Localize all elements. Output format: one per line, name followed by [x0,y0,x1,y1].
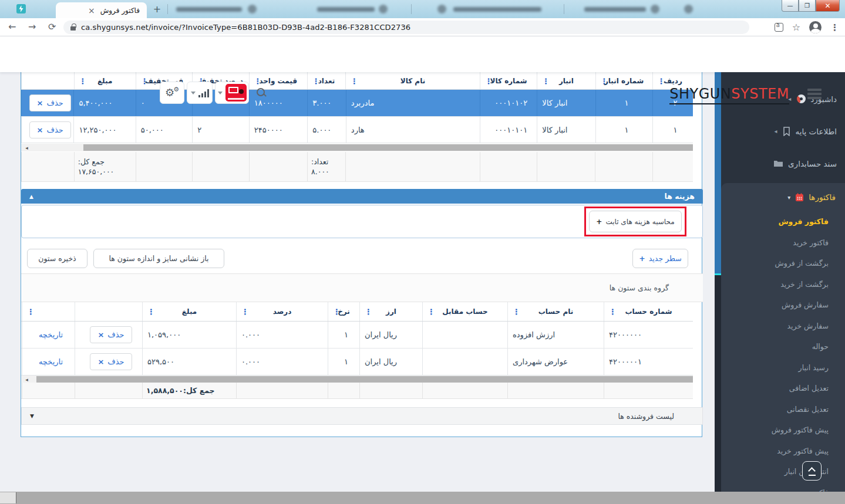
tab-close-icon[interactable]: × [88,6,95,15]
column-menu-icon[interactable]: ⋮ [513,307,520,316]
translate-icon[interactable] [775,23,783,32]
restore-button[interactable]: ❐ [799,0,816,12]
table-row[interactable]: ۱ ۱ انبار کالا ۰۰۰۱۰۱۰۱ هارد ۵.۰۰۰ ۲۴۵۰۰… [21,117,693,143]
col-header-account-no[interactable]: ⋮شماره حساب [604,302,693,321]
column-menu-icon[interactable]: ⋮ [365,307,372,316]
col-header-item-name[interactable]: ⋮نام کالا [345,72,480,89]
column-menu-icon[interactable]: ⋮ [427,307,435,316]
calc-fixed-expenses-button[interactable]: محاسبه هزینه های ثابت + [589,211,682,232]
history-link[interactable]: تاریخچه [39,330,63,339]
sidebar-item-surplus-adjustment[interactable]: تعدیل اضافی [721,378,845,399]
sidebar-item-invoices[interactable]: فاکتورها ▾ [721,183,845,211]
col-header-counter-account[interactable]: ⋮حساب مقابل [422,302,507,321]
table-row[interactable]: ۲ ۱ انبار کالا ۰۰۰۱۰۱۰۲ مادربرد ۳.۰۰۰ ۱۸… [21,90,693,117]
forward-button[interactable]: → [28,21,36,33]
col-header-amount[interactable]: ⋮مبلغ [142,302,236,321]
sidebar-item-purchase-proforma[interactable]: پیش فاکتور خرید [721,441,845,462]
column-menu-icon[interactable]: ⋮ [312,76,320,85]
column-menu-icon[interactable]: ⋮ [485,76,493,85]
delete-row-button[interactable]: حذف × [90,353,132,370]
col-header-amount[interactable]: ⋮مبلغ [74,72,136,89]
col-header-warehouse-no[interactable]: ⋮شماره انبار [595,72,652,89]
col-header-warehouse[interactable]: ⋮انبار [537,72,595,89]
sidebar-item-sales-proforma[interactable]: پیش فاکتور فروش [721,420,845,441]
collapse-up-icon[interactable]: ▲ [29,194,33,199]
scroll-left-arrow-icon[interactable]: ◂ [22,144,31,151]
table-row[interactable]: ۴۲۰۰۰۰۰۱ عوارض شهرداری ریال ایران ۱ ۰.۰۰… [21,349,693,376]
items-table-hscrollbar[interactable]: ◂ [21,144,693,151]
expenses-table-footer: جمع کل:۱,۵۸۸,۵۰۰ [21,383,693,399]
column-menu-icon[interactable]: ⋮ [333,307,341,316]
column-menu-icon[interactable]: ⋮ [609,307,617,316]
expenses-grand-total: جمع کل:۱,۵۸۸,۵۰۰ [142,383,236,398]
delete-row-button[interactable]: حذف × [29,121,71,138]
url-input[interactable]: ca.shygunsys.net/invoice/?InvoiceType=6B… [63,21,749,34]
column-menu-icon[interactable]: ⋮ [254,76,262,85]
column-menu-icon[interactable]: ⋮ [241,307,249,316]
browser-menu-icon[interactable]: ⋮ [830,22,839,33]
close-button[interactable]: ✕ [816,0,840,12]
settings-button[interactable]: ⚙ ⚙ [160,82,184,104]
lock-icon[interactable] [70,26,76,31]
browser-tab-strip: فاکتور فروش × + — ❐ ✕ [0,0,845,18]
column-menu-icon[interactable]: ⋮ [601,76,608,85]
sidebar-item-purchase-order[interactable]: سفارش خرید [721,316,845,337]
column-menu-icon[interactable]: ⋮ [351,76,358,85]
sidebar-item-sales-order[interactable]: سفارش فروش [721,295,845,316]
pinned-tab-favicon[interactable] [16,4,26,13]
delete-row-button[interactable]: حذف × [29,94,71,111]
table-row[interactable]: ۴۲۰۰۰۰۰۰ ارزش افزوده ریال ایران ۱ ۰.۰۰۰ … [21,322,693,349]
col-header-item-no[interactable]: ⋮شماره کالا [480,72,537,89]
bookmark-icon [783,127,790,136]
history-link[interactable]: تاریخچه [39,357,63,366]
column-menu-icon[interactable]: ⋮ [542,76,550,85]
column-menu-icon[interactable]: ⋮ [79,76,87,85]
col-header-rate[interactable]: ⋮نرخ [328,302,359,321]
scroll-to-top-button[interactable] [802,461,822,481]
bookmark-star-icon[interactable]: ☆ [792,22,800,33]
reset-columns-button[interactable]: باز نشانی سایز و اندازه ستون ها [93,249,224,268]
sidebar-item-accounting-doc[interactable]: سند حسابداری [721,147,845,180]
delete-row-button[interactable]: حذف × [90,326,132,343]
minimize-button[interactable]: — [782,0,799,12]
search-icon[interactable] [257,88,266,97]
column-menu-icon[interactable]: ⋮ [27,307,35,316]
scrollbar-thumb[interactable] [83,144,693,151]
back-button[interactable]: ← [8,21,16,33]
expand-down-icon[interactable]: ▼ [30,413,34,419]
active-browser-tab[interactable]: فاکتور فروش × [56,2,147,18]
col-header-qty[interactable]: ⋮تعداد [307,72,345,89]
vendors-section-header[interactable]: لیست فروشنده ها ▼ [21,407,703,425]
col-header-percent[interactable]: ⋮درصد [236,302,328,321]
sidebar-item-purchase-return[interactable]: برگشت از خرید [721,274,845,295]
sidebar-item-sales-invoice[interactable]: فاکتور فروش [721,211,845,232]
sidebar-item-purchase-invoice[interactable]: فاکتور خرید [721,232,845,253]
sidebar-item-remittance[interactable]: حواله [721,336,845,357]
scrollbar-thumb[interactable] [36,376,693,383]
menu-toggle-icon[interactable] [807,89,822,101]
page-horizontal-scrollbar[interactable] [0,492,845,504]
sidebar-item-base-info[interactable]: اطلاعات پایه ◂ [721,115,845,147]
request-demo-dropdown[interactable] [215,82,249,104]
profile-avatar[interactable] [809,21,822,33]
sidebar-item-warehouse-receipt[interactable]: رسید انبار [721,357,845,378]
new-row-button[interactable]: سطر جدید + [632,249,688,268]
column-menu-icon[interactable]: ⋮ [658,76,665,85]
col-header-currency[interactable]: ⋮ارز [359,302,422,321]
column-menu-icon[interactable]: ⋮ [141,76,149,85]
page-vertical-scrollbar[interactable] [715,72,721,504]
expenses-section-header[interactable]: هزینه ها ▲ [21,189,703,204]
new-tab-button[interactable]: + [152,4,162,14]
sidebar-item-sales-return[interactable]: برگشت از فروش [721,253,845,274]
column-menu-icon[interactable]: ⋮ [147,307,155,316]
save-column-button[interactable]: ذخیره ستون [27,249,87,268]
reload-button[interactable]: ⟳ [48,21,56,33]
group-columns-panel[interactable]: گروه بندی ستون ها [21,273,703,302]
scrollbar-thumb[interactable] [0,492,16,503]
col-header-unit-price[interactable]: ⋮قیمت واحد [249,72,307,89]
tab-favicon [379,5,388,13]
sidebar-item-deficit-adjustment[interactable]: تعدیل نقصانی [721,399,845,420]
reports-dropdown[interactable] [187,82,213,104]
sidebar-item-warehouse-transfer[interactable]: انتقال بین انبار [721,461,845,482]
col-header-account-name[interactable]: ⋮نام حساب [507,302,604,321]
